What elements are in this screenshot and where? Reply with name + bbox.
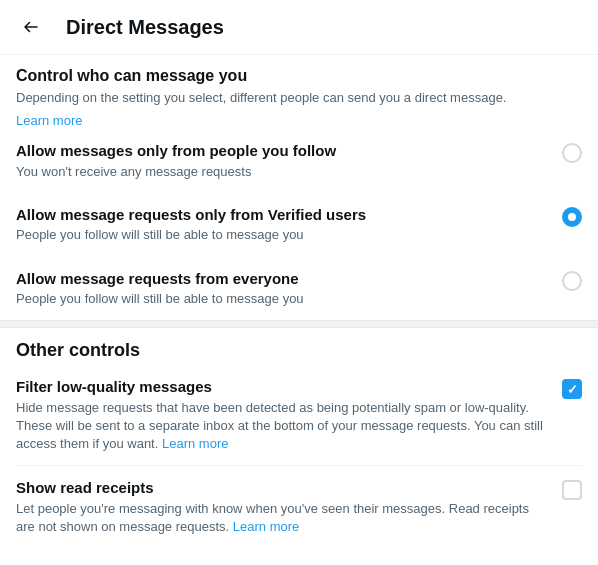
learn-more-link-control[interactable]: Learn more: [16, 113, 82, 128]
back-arrow-icon: [22, 18, 40, 36]
radio-item-content-verified-only: Allow message requests only from Verifie…: [16, 205, 562, 245]
radio-item-everyone[interactable]: Allow message requests from everyone Peo…: [0, 257, 598, 321]
checkbox-item-filter-low-quality[interactable]: Filter low-quality messages Hide message…: [0, 365, 598, 465]
control-who-title: Control who can message you: [16, 67, 582, 85]
radio-sublabel-follow-only: You won't receive any message requests: [16, 163, 546, 181]
back-button[interactable]: [16, 12, 46, 42]
radio-circle-verified-only[interactable]: [562, 207, 582, 227]
radio-label-everyone: Allow message requests from everyone: [16, 269, 546, 289]
checkbox-label-read-receipts: Show read receipts: [16, 478, 546, 498]
radio-label-verified-only: Allow message requests only from Verifie…: [16, 205, 546, 225]
checkbox-item-content-read-receipts: Show read receipts Let people you're mes…: [16, 478, 562, 536]
learn-more-link-read-receipts[interactable]: Learn more: [229, 519, 299, 534]
radio-sublabel-everyone: People you follow will still be able to …: [16, 290, 546, 308]
control-who-description: Depending on the setting you select, dif…: [16, 89, 582, 107]
checkbox-sublabel-filter-low-quality: Hide message requests that have been det…: [16, 399, 546, 454]
other-controls-heading-section: Other controls: [0, 328, 598, 365]
radio-circle-everyone[interactable]: [562, 271, 582, 291]
learn-more-link-filter[interactable]: Learn more: [158, 436, 228, 451]
checkbox-box-read-receipts[interactable]: [562, 480, 582, 500]
checkbox-label-filter-low-quality: Filter low-quality messages: [16, 377, 546, 397]
filter-low-quality-text: Hide message requests that have been det…: [16, 400, 543, 451]
radio-item-follow-only[interactable]: Allow messages only from people you foll…: [0, 129, 598, 193]
radio-item-content-follow-only: Allow messages only from people you foll…: [16, 141, 562, 181]
header: Direct Messages: [0, 0, 598, 55]
checkbox-item-content-filter-low-quality: Filter low-quality messages Hide message…: [16, 377, 562, 453]
control-who-section: Control who can message you Depending on…: [0, 55, 598, 129]
radio-label-follow-only: Allow messages only from people you foll…: [16, 141, 546, 161]
radio-item-content-everyone: Allow message requests from everyone Peo…: [16, 269, 562, 309]
radio-sublabel-verified-only: People you follow will still be able to …: [16, 226, 546, 244]
radio-item-verified-only[interactable]: Allow message requests only from Verifie…: [0, 193, 598, 257]
checkbox-item-read-receipts[interactable]: Show read receipts Let people you're mes…: [0, 466, 598, 548]
checkbox-box-filter-low-quality[interactable]: [562, 379, 582, 399]
checkbox-sublabel-read-receipts: Let people you're messaging with know wh…: [16, 500, 546, 536]
page-title: Direct Messages: [66, 16, 224, 39]
radio-circle-follow-only[interactable]: [562, 143, 582, 163]
section-divider: [0, 320, 598, 328]
other-controls-title: Other controls: [16, 340, 582, 361]
